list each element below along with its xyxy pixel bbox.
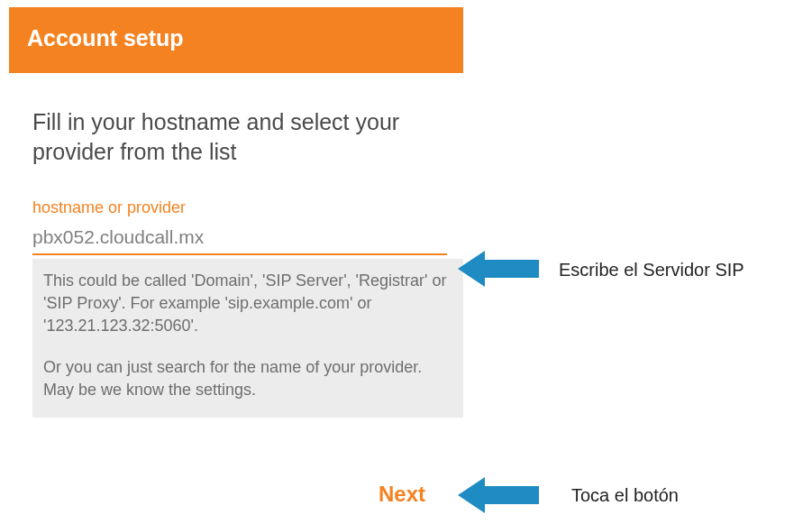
page-title: Account setup [27,25,445,51]
annotation-hostname: Escribe el Servidor SIP [559,260,744,280]
instruction-text: Fill in your hostname and select your pr… [32,107,440,166]
hostname-label: hostname or provider [32,198,440,217]
arrow-left-icon [458,474,539,516]
next-button[interactable]: Next [379,482,425,507]
svg-marker-0 [458,251,539,287]
content-area: Fill in your hostname and select your pr… [9,73,463,418]
svg-marker-1 [458,477,539,513]
hostname-input[interactable] [32,217,447,255]
phone-screen: Account setup Fill in your hostname and … [9,7,463,418]
help-paragraph-2: Or you can just search for the name of y… [43,356,451,401]
annotation-next: Toca el botón [571,485,679,506]
help-paragraph-1: This could be called 'Domain', 'SIP Serv… [43,270,451,338]
app-header: Account setup [9,7,463,73]
arrow-left-icon [458,248,539,290]
help-box: This could be called 'Domain', 'SIP Serv… [32,259,463,418]
